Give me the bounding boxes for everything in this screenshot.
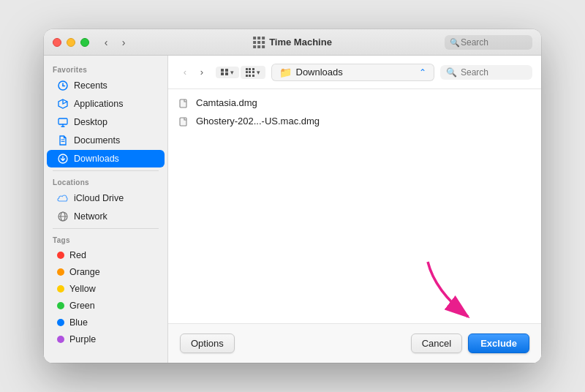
downloads-label: Downloads: [74, 154, 119, 164]
file-list: Camtasia.dmg Ghostery-202...-US.mac.dmg: [168, 89, 541, 323]
toolbar: ‹ › ▾: [168, 56, 541, 89]
icloud-icon: [57, 192, 69, 204]
search-icon: 🔍: [446, 67, 457, 78]
svg-rect-14: [180, 118, 186, 126]
toolbar-back-button[interactable]: ‹: [177, 64, 193, 80]
green-tag-dot: [57, 302, 64, 309]
file-name-ghostery: Ghostery-202...-US.mac.dmg: [196, 116, 320, 127]
location-chevron-icon: ⌃: [419, 67, 426, 78]
title-bar: ‹ › Time Machine 🔍: [44, 29, 541, 56]
back-button[interactable]: ‹: [98, 34, 114, 50]
title-bar-title: Time Machine: [253, 37, 332, 48]
icon-view-icon: [221, 69, 228, 76]
sidebar: Favorites Recents: [44, 56, 168, 363]
green-tag-label: Green: [69, 301, 95, 311]
minimize-button[interactable]: [67, 38, 75, 47]
favorites-label: Favorites: [44, 61, 167, 76]
file-name-camtasia: Camtasia.dmg: [196, 97, 257, 108]
sidebar-item-documents[interactable]: Documents: [47, 132, 165, 149]
sidebar-divider-1: [53, 170, 159, 171]
blue-tag-dot: [57, 319, 64, 326]
search-input[interactable]: [461, 67, 526, 78]
sidebar-item-icloud[interactable]: iCloud Drive: [47, 189, 165, 207]
sidebar-divider-2: [53, 228, 159, 229]
applications-label: Applications: [74, 99, 123, 109]
exclude-button[interactable]: Exclude: [468, 333, 529, 353]
sidebar-item-tag-purple[interactable]: Purple: [47, 331, 165, 347]
grid-icon: [253, 37, 265, 48]
purple-tag-dot: [57, 336, 64, 343]
toolbar-nav: ‹ ›: [177, 64, 210, 80]
options-button[interactable]: Options: [180, 333, 235, 353]
purple-tag-label: Purple: [69, 334, 96, 344]
applications-icon: [57, 98, 69, 110]
sidebar-item-tag-blue[interactable]: Blue: [47, 314, 165, 331]
forward-button[interactable]: ›: [116, 34, 132, 50]
file-item-camtasia[interactable]: Camtasia.dmg: [168, 94, 541, 112]
traffic-lights: [53, 38, 89, 47]
sidebar-item-tag-orange[interactable]: Orange: [47, 264, 165, 280]
network-label: Network: [74, 211, 107, 222]
folder-icon: 📁: [279, 67, 292, 78]
icloud-label: iCloud Drive: [74, 193, 124, 203]
tags-label: Tags: [44, 232, 167, 246]
list-view-icon: [246, 68, 254, 77]
main-content: ‹ › ▾: [168, 56, 541, 363]
sidebar-item-applications[interactable]: Applications: [47, 95, 165, 113]
desktop-icon: [57, 116, 69, 128]
list-view-button[interactable]: ▾: [241, 66, 265, 79]
file-icon-camtasia: [178, 98, 190, 108]
recents-label: Recents: [74, 80, 107, 91]
maximize-button[interactable]: [80, 38, 89, 47]
icon-view-button[interactable]: ▾: [216, 67, 239, 78]
sidebar-item-recents[interactable]: Recents: [47, 77, 165, 94]
sidebar-item-network[interactable]: Network: [47, 208, 165, 225]
icon-view-chevron: ▾: [230, 69, 234, 76]
title-search-input[interactable]: [445, 35, 532, 50]
sidebar-item-desktop[interactable]: Desktop: [47, 113, 165, 131]
blue-tag-label: Blue: [69, 317, 88, 328]
sidebar-item-downloads[interactable]: Downloads: [47, 150, 165, 167]
title-bar-nav: ‹ ›: [98, 34, 132, 50]
sidebar-item-tag-green[interactable]: Green: [47, 298, 165, 314]
orange-tag-dot: [57, 268, 64, 276]
window-body: Favorites Recents: [44, 56, 541, 363]
orange-tag-label: Orange: [69, 267, 100, 277]
documents-icon: [57, 135, 69, 146]
yellow-tag-label: Yellow: [69, 284, 96, 294]
location-bar[interactable]: 📁 Downloads ⌃: [271, 64, 435, 81]
file-item-ghostery[interactable]: Ghostery-202...-US.mac.dmg: [168, 112, 541, 130]
file-icon-ghostery: [178, 116, 190, 127]
svg-rect-13: [180, 99, 186, 108]
sidebar-item-tag-red[interactable]: Red: [47, 247, 165, 263]
network-icon: [57, 211, 69, 222]
sidebar-item-tag-yellow[interactable]: Yellow: [47, 281, 165, 297]
right-buttons: Cancel Exclude: [411, 333, 529, 353]
window-title: Time Machine: [269, 37, 332, 48]
recents-icon: [57, 80, 69, 91]
bottom-bar: Options Cancel Exclude: [168, 323, 541, 363]
red-tag-dot: [57, 252, 64, 259]
svg-rect-3: [58, 118, 67, 124]
location-text: Downloads: [296, 67, 415, 78]
toolbar-forward-button[interactable]: ›: [194, 64, 210, 80]
view-toggle: ▾ ▾: [216, 66, 265, 79]
title-search-wrap[interactable]: 🔍: [445, 35, 532, 50]
red-tag-label: Red: [69, 250, 86, 260]
yellow-tag-dot: [57, 285, 64, 293]
desktop-label: Desktop: [74, 117, 107, 127]
downloads-icon: [57, 153, 69, 165]
search-bar[interactable]: 🔍: [440, 65, 532, 80]
cancel-button[interactable]: Cancel: [411, 333, 462, 353]
close-button[interactable]: [53, 38, 61, 47]
locations-label: Locations: [44, 174, 167, 189]
list-view-chevron: ▾: [257, 69, 260, 76]
documents-label: Documents: [74, 135, 120, 146]
